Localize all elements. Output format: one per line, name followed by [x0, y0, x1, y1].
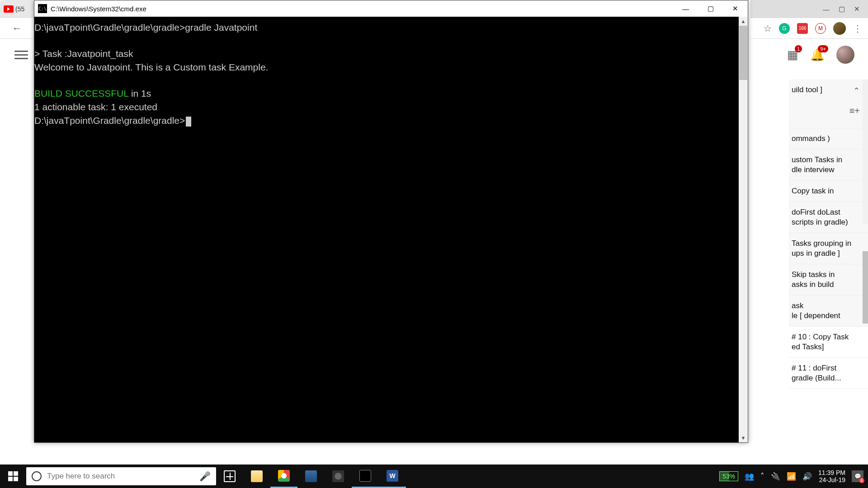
taskbar-clock[interactable]: 11:39 PM 24-Jul-19 — [818, 469, 845, 483]
file-explorer-button[interactable] — [243, 465, 270, 488]
folder-icon — [251, 470, 263, 482]
cortana-circle-icon — [32, 471, 42, 481]
cmd-title: C:\Windows\System32\cmd.exe — [51, 5, 146, 13]
cmd-prompt: D:\javaTpoint\Gradle\gradle\gradle> — [34, 115, 185, 126]
windows-logo-icon — [8, 471, 18, 481]
chrome-close-button[interactable]: ✕ — [854, 5, 860, 13]
playlist-item[interactable]: doFirst doLast scripts in gradle) — [792, 207, 863, 227]
playlist-item[interactable]: ommands ) — [792, 134, 863, 144]
cmd-close-button[interactable]: ✕ — [723, 0, 748, 17]
cmd-cursor — [186, 117, 191, 127]
scroll-up-icon[interactable]: ▲ — [739, 17, 748, 26]
task-view-icon — [224, 470, 236, 482]
taskbar-search[interactable]: 🎤 — [26, 467, 216, 485]
collapse-icon[interactable]: ⌃ — [853, 86, 860, 96]
cmd-line: D:\javaTpoint\Gradle\gradle\gradle>gradl… — [34, 22, 257, 33]
cmd-line: > Task :Javatpoint_task — [34, 48, 133, 59]
playlist-item[interactable]: # 11 : doFirst gradle (Build... — [792, 363, 863, 383]
word-button[interactable]: W — [379, 465, 406, 488]
cmd-window: C:\ C:\Windows\System32\cmd.exe — ▢ ✕ D:… — [34, 0, 748, 443]
youtube-header-right: ▦1 🔔9+ — [750, 39, 868, 70]
start-button[interactable] — [0, 465, 26, 488]
playlist-item[interactable]: Copy task in — [792, 186, 863, 196]
chrome-menu-button[interactable]: ⋮ — [853, 23, 862, 34]
cmd-taskbar-button[interactable] — [352, 465, 379, 488]
chrome-icon — [278, 470, 290, 482]
taskbar: 🎤 W 53% 👥 ˄ 🔌 📶 🔊 11:39 PM 24-Jul-19 💬6 — [0, 465, 868, 488]
system-tray: 53% 👥 ˄ 🔌 📶 🔊 11:39 PM 24-Jul-19 💬6 — [719, 465, 868, 488]
playlist-item[interactable]: ask le [ dependent — [792, 301, 863, 321]
youtube-scrollbar[interactable] — [863, 80, 868, 224]
build-success-text: BUILD SUCCESSFUL — [34, 88, 128, 99]
playlist-item[interactable]: # 10 : Copy Task ed Tasks] — [792, 332, 863, 352]
taskbar-pinned-apps: W — [216, 465, 406, 488]
back-button[interactable]: ← — [12, 23, 22, 34]
youtube-avatar[interactable] — [836, 46, 854, 64]
chrome-button[interactable] — [270, 465, 297, 488]
settings-button[interactable] — [325, 465, 352, 488]
people-icon[interactable]: 👥 — [745, 472, 754, 481]
playlist-item[interactable]: Tasks grouping in ups in gradle ] — [792, 239, 863, 258]
search-input[interactable] — [47, 472, 194, 481]
chrome-window-controls: — ▢ ✕ — [750, 0, 868, 18]
task-view-button[interactable] — [216, 465, 243, 488]
youtube-icon — [4, 5, 14, 13]
calendar-extension-icon[interactable]: 166 — [797, 23, 808, 34]
battery-indicator[interactable]: 53% — [719, 471, 738, 481]
tab-title: (55 — [15, 5, 24, 13]
gear-icon — [332, 470, 344, 482]
word-icon: W — [387, 470, 398, 482]
notification-count: 6 — [859, 478, 864, 483]
chrome-minimize-button[interactable]: — — [823, 5, 830, 13]
chrome-maximize-button[interactable]: ▢ — [839, 5, 845, 13]
build-time-text: in 1s — [128, 88, 151, 99]
wifi-icon[interactable]: 📶 — [787, 472, 796, 481]
cmd-minimize-button[interactable]: — — [673, 0, 698, 17]
cmd-line: Welcome to Javatpoint. This is a Custom … — [34, 62, 268, 72]
youtube-playlist-sidebar[interactable]: ⌃ ≡+ uild tool ] ommands ) ustom Tasks i… — [789, 80, 868, 443]
cmd-line: 1 actionable task: 1 executed — [34, 102, 157, 112]
cmd-maximize-button[interactable]: ▢ — [698, 0, 723, 17]
youtube-apps-icon[interactable]: ▦1 — [787, 48, 798, 62]
cmd-scrollbar[interactable]: ▲ ▼ — [739, 17, 748, 442]
browser-toolbar: ← — [0, 18, 34, 39]
youtube-notifications-icon[interactable]: 🔔9+ — [810, 48, 825, 62]
clock-date: 24-Jul-19 — [818, 476, 845, 483]
chrome-toolbar-right: ☆ G 166 M ⋮ — [750, 18, 868, 39]
chrome-profile-avatar[interactable] — [833, 22, 846, 35]
volume-icon[interactable]: 🔊 — [802, 472, 812, 481]
tray-chevron-icon[interactable]: ˄ — [760, 472, 764, 481]
youtube-menu-button[interactable] — [14, 48, 28, 61]
browser-tab[interactable]: (55 — [0, 0, 34, 18]
power-icon[interactable]: 🔌 — [771, 472, 780, 481]
action-center-button[interactable]: 💬6 — [852, 470, 863, 482]
mic-icon[interactable]: 🎤 — [199, 471, 211, 482]
cmd-taskbar-icon — [359, 470, 371, 482]
playlist-item[interactable]: Skip tasks in asks in build — [792, 270, 863, 290]
mysql-button[interactable] — [297, 465, 325, 488]
grammarly-extension-icon[interactable]: G — [779, 23, 790, 34]
cmd-icon: C:\ — [38, 4, 47, 13]
scroll-thumb[interactable] — [739, 26, 747, 80]
playlist-item[interactable]: ustom Tasks in dle interview — [792, 155, 863, 175]
bookmark-star-icon[interactable]: ☆ — [764, 23, 772, 34]
cmd-titlebar[interactable]: C:\ C:\Windows\System32\cmd.exe — ▢ ✕ — [34, 0, 748, 17]
scroll-down-icon[interactable]: ▼ — [739, 433, 748, 442]
playlist-save-icon[interactable]: ≡+ — [849, 106, 860, 116]
cmd-output[interactable]: D:\javaTpoint\Gradle\gradle\gradle>gradl… — [34, 17, 748, 442]
mysql-icon — [305, 470, 317, 482]
clock-time: 11:39 PM — [818, 469, 845, 476]
mcafee-extension-icon[interactable]: M — [815, 23, 826, 34]
